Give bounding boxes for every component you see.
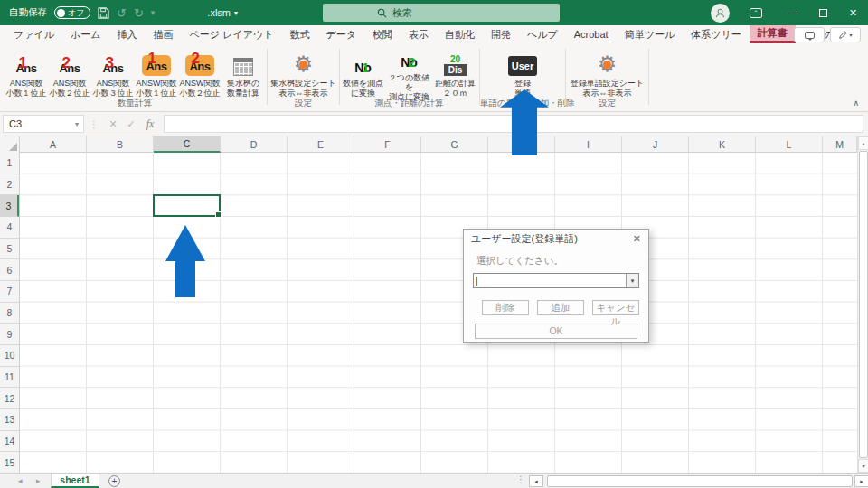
column-header[interactable]: F [354, 136, 421, 153]
customize-qat-icon[interactable]: ▾ [151, 8, 156, 17]
undo-icon[interactable]: ↺ [117, 6, 127, 20]
number-to-station-button[interactable]: No1 数値を測点 に変換 [340, 49, 386, 101]
row-header[interactable]: 4 [0, 217, 19, 239]
distance-calc-button[interactable]: 20Dis 距離の計算 ２０ｍ [432, 49, 478, 101]
row-header[interactable]: 1 [0, 153, 19, 174]
comment-button[interactable] [794, 27, 825, 42]
catch-basin-quantity-button[interactable]: 集水桝の 数量計算 [222, 49, 265, 101]
cancel-button[interactable]: キャンセル [592, 300, 639, 315]
column-header[interactable]: B [87, 136, 154, 153]
scroll-down-button[interactable]: ▾ [858, 459, 868, 473]
scroll-right-button[interactable]: ▸ [854, 475, 868, 487]
vertical-scroll-thumb[interactable] [859, 151, 868, 458]
tab-home[interactable]: ホーム [62, 25, 109, 43]
cells-area[interactable] [20, 153, 857, 473]
ans-function-2-button[interactable]: Ans2 ANS関数 小数２位止 [48, 49, 91, 101]
tab-formulas[interactable]: 数式 [281, 25, 317, 43]
tab-easy-tools[interactable]: 簡単ツール [617, 25, 684, 43]
row-header[interactable]: 12 [0, 388, 19, 409]
tab-data[interactable]: データ [317, 25, 364, 43]
row-header[interactable]: 8 [0, 303, 19, 324]
combobox-dropdown-button[interactable]: ▾ [626, 274, 638, 287]
row-header[interactable]: 11 [0, 367, 19, 389]
dialog-close-button[interactable]: ✕ [633, 233, 641, 245]
row-header[interactable]: 5 [0, 239, 19, 260]
word-combobox[interactable]: | ▾ [473, 273, 639, 288]
catch-basin-settings-sheet-toggle-button[interactable]: ⚙ 集水桝設定シート 表示⇔非表示 [268, 49, 339, 101]
two-numbers-to-station-button[interactable]: No2 ２つの数値を 測点に変換 [386, 49, 432, 101]
row-header[interactable]: 10 [0, 345, 19, 367]
horizontal-scroll-thumb[interactable] [547, 475, 853, 487]
account-avatar[interactable] [711, 4, 730, 23]
answ-function-1-button[interactable]: Ans1 ANSW関数 小数１位止 [135, 49, 178, 101]
insert-function-icon[interactable]: fx [140, 117, 160, 131]
tab-view[interactable]: 表示 [401, 25, 437, 43]
answ-function-2-button[interactable]: Ans2 ANSW関数 小数２位止 [178, 49, 222, 101]
tab-automate[interactable]: 自動化 [437, 25, 483, 43]
combobox-value[interactable]: | [474, 274, 626, 287]
column-header-selected[interactable]: C [154, 136, 221, 153]
ribbon-display-options-button[interactable]: ⌃ [750, 8, 762, 18]
tab-structure-tree[interactable]: 体系ツリー [683, 25, 750, 43]
tab-acrobat[interactable]: Acrobat [566, 25, 617, 43]
column-header[interactable]: I [555, 136, 622, 153]
dialog-title-bar[interactable]: ユーザー設定(登録単語) ✕ [464, 230, 648, 249]
next-sheet-button[interactable]: ▸ [36, 476, 41, 485]
column-header[interactable]: G [421, 136, 488, 153]
row-header-selected[interactable]: 3 [0, 195, 19, 217]
sheet-tab-sheet1[interactable]: sheet1 [51, 474, 99, 488]
ans-function-1-button[interactable]: Ans1 ANS関数 小数１位止 [5, 49, 48, 101]
autosave-toggle[interactable]: オフ [54, 6, 90, 19]
maximize-button[interactable] [808, 0, 838, 25]
redo-icon[interactable]: ↻ [134, 6, 144, 20]
row-header[interactable]: 9 [0, 324, 19, 345]
save-icon[interactable] [98, 7, 109, 19]
name-box[interactable]: C3 ▾ [3, 115, 84, 133]
row-header[interactable]: 7 [0, 281, 19, 303]
tab-developer[interactable]: 開発 [483, 25, 519, 43]
tab-calculation-sheet[interactable]: 計算書 [750, 25, 796, 43]
prev-sheet-button[interactable]: ◂ [18, 476, 23, 485]
collapse-ribbon-button[interactable]: ∧ [853, 99, 859, 108]
tab-help[interactable]: ヘルプ [519, 25, 566, 43]
select-all-corner[interactable] [0, 136, 20, 153]
scroll-left-button[interactable]: ◂ [529, 475, 543, 487]
row-header[interactable]: 15 [0, 452, 19, 474]
column-header[interactable]: D [221, 136, 288, 153]
scroll-up-button[interactable]: ▴ [858, 136, 868, 150]
add-sheet-button[interactable]: + [108, 475, 120, 487]
delete-button[interactable]: 削除 [482, 300, 529, 315]
workbook-filename[interactable]: .xlsm ▾ [207, 7, 238, 18]
minimize-button[interactable]: — [778, 0, 808, 25]
registered-words-settings-sheet-toggle-button[interactable]: ⚙ 登録単語設定シート 表示⇔非表示 [566, 49, 648, 101]
column-header[interactable]: K [689, 136, 756, 153]
close-button[interactable]: ✕ [838, 0, 868, 25]
search-input[interactable]: 検索 [323, 4, 560, 22]
group-divider [648, 49, 649, 105]
confirm-entry-icon[interactable]: ✓ [122, 118, 140, 130]
scrollbar-grip[interactable]: ⋮ [516, 474, 525, 484]
filename-chevron-icon: ▾ [234, 9, 238, 17]
add-button[interactable]: 追加 [537, 300, 584, 315]
vertical-scrollbar[interactable]: ▴ ▾ [857, 136, 868, 473]
editing-mode-button[interactable]: ▾ [830, 27, 861, 42]
column-header[interactable]: L [756, 136, 823, 153]
column-header[interactable]: J [622, 136, 689, 153]
name-box-dropdown-icon[interactable]: ▾ [75, 120, 79, 128]
tab-review[interactable]: 校閲 [364, 25, 401, 43]
row-header[interactable]: 13 [0, 409, 19, 431]
row-header[interactable]: 6 [0, 259, 19, 281]
column-header[interactable]: E [288, 136, 354, 153]
group-label-settings-2: 設定 [566, 98, 648, 109]
row-header[interactable]: 14 [0, 431, 19, 453]
row-header[interactable]: 2 [0, 174, 19, 196]
tab-page-layout[interactable]: ページ レイアウト [182, 25, 282, 43]
ans-function-3-button[interactable]: Ans3 ANS関数 小数３位止 [91, 49, 135, 101]
cancel-entry-icon[interactable]: ✕ [104, 118, 122, 130]
tab-draw[interactable]: 描画 [146, 25, 182, 43]
column-header[interactable]: M [823, 136, 857, 153]
tab-file[interactable]: ファイル [5, 25, 62, 43]
selected-cell-c3[interactable] [153, 194, 221, 217]
column-header[interactable]: A [20, 136, 87, 153]
tab-insert[interactable]: 挿入 [109, 25, 146, 43]
